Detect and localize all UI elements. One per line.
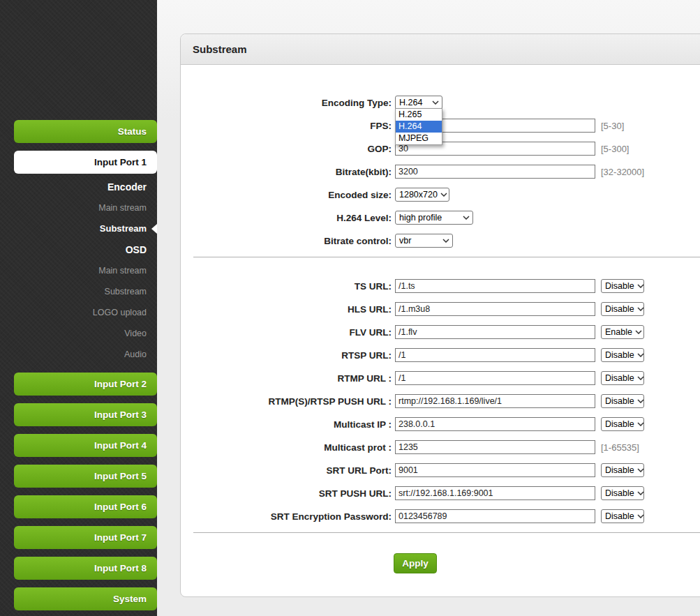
sidebar-item-osd-substream[interactable]: Substream <box>0 281 157 302</box>
multicast-ip-state-select[interactable]: Disable <box>601 417 644 431</box>
srt-password-state-select[interactable]: Disable <box>601 509 644 523</box>
substream-panel: Substream Encoding Type: H.264 H.265 H.2… <box>180 33 700 597</box>
sidebar-item-logo-upload[interactable]: LOGO upload <box>0 302 157 323</box>
dropdown-option-mjpeg[interactable]: MJPEG <box>396 133 442 144</box>
chevron-down-icon <box>637 422 644 426</box>
srt-push-url-state-select[interactable]: Disable <box>601 486 644 500</box>
chevron-down-icon <box>637 491 644 495</box>
flv-url-state-select[interactable]: Enable <box>601 325 644 339</box>
srt-password-input[interactable] <box>395 509 595 523</box>
rtmp-push-url-state-select[interactable]: Disable <box>601 394 644 408</box>
sidebar-item-input-port-2[interactable]: Input Port 2 <box>14 373 157 396</box>
sidebar-item-input-port-4[interactable]: Input Port 4 <box>14 434 157 457</box>
bitrate-control-label: Bitrate control: <box>181 236 395 246</box>
rtmp-push-url-input[interactable] <box>395 394 595 408</box>
sidebar-item-encoder-main-stream[interactable]: Main stream <box>0 197 157 218</box>
flv-url-input[interactable] <box>395 325 595 339</box>
panel-body: Encoding Type: H.264 H.265 H.264 MJPEG F… <box>181 65 700 573</box>
gop-range-hint: [5-300] <box>601 144 629 154</box>
page-title: Substream <box>193 43 247 55</box>
srt-push-url-row: SRT PUSH URL: Disable <box>181 486 700 500</box>
hls-url-state-value: Disable <box>605 304 634 314</box>
multicast-ip-input[interactable] <box>395 417 595 431</box>
srt-url-port-state-value: Disable <box>605 465 634 475</box>
rtmp-url-state-value: Disable <box>605 373 634 383</box>
encoding-type-select[interactable]: H.264 <box>395 96 442 110</box>
multicast-port-row: Multicast prot : [1-65535] <box>181 440 700 454</box>
rtsp-url-state-select[interactable]: Disable <box>601 348 644 362</box>
encoded-size-label: Encoded size: <box>181 190 395 200</box>
sidebar-item-input-port-7[interactable]: Input Port 7 <box>14 526 157 549</box>
sidebar-item-input-port-3[interactable]: Input Port 3 <box>14 403 157 426</box>
ts-url-label: TS URL: <box>181 281 395 292</box>
bitrate-label: Bitrate(kbit): <box>181 167 395 177</box>
multicast-port-input[interactable] <box>395 440 595 454</box>
rtsp-url-input[interactable] <box>395 348 595 362</box>
bitrate-input[interactable] <box>395 165 595 179</box>
sidebar-item-label: Substream <box>100 223 147 234</box>
srt-password-label: SRT Encryption Password: <box>181 511 395 522</box>
bitrate-control-select[interactable]: vbr <box>395 234 453 248</box>
sidebar-item-encoder-substream[interactable]: Substream <box>0 218 157 239</box>
panel-header: Substream <box>181 34 700 65</box>
active-item-arrow-icon <box>151 224 157 234</box>
encoding-type-label: Encoding Type: <box>181 98 395 108</box>
sidebar-item-system[interactable]: System <box>14 587 157 610</box>
rtsp-url-label: RTSP URL: <box>181 350 395 361</box>
hls-url-input[interactable] <box>395 302 595 316</box>
section-divider <box>193 532 700 533</box>
ts-url-input[interactable] <box>395 279 595 293</box>
chevron-down-icon <box>637 399 644 403</box>
dropdown-option-h265[interactable]: H.265 <box>396 109 442 121</box>
multicast-ip-state-value: Disable <box>605 419 634 429</box>
encoded-size-value: 1280x720 <box>399 190 438 200</box>
rtmp-url-state-select[interactable]: Disable <box>601 371 644 385</box>
fps-label: FPS: <box>181 121 395 131</box>
hls-url-state-select[interactable]: Disable <box>601 302 644 316</box>
chevron-down-icon <box>432 100 439 105</box>
apply-button[interactable]: Apply <box>394 553 437 573</box>
chevron-down-icon <box>637 284 644 288</box>
dropdown-option-h264-selected[interactable]: H.264 <box>396 121 442 133</box>
sidebar-item-input-port-8[interactable]: Input Port 8 <box>14 557 157 580</box>
rtmp-push-url-state-value: Disable <box>605 396 634 406</box>
h264-level-select[interactable]: high profile <box>395 211 473 225</box>
main-content-area: Substream Encoding Type: H.264 H.265 H.2… <box>157 0 700 616</box>
encoded-size-row: Encoded size: 1280x720 <box>181 188 700 202</box>
rtmp-push-url-label: RTMP(S)/RTSP PUSH URL : <box>181 396 395 407</box>
chevron-down-icon <box>440 193 447 197</box>
sidebar-spacer <box>0 0 157 120</box>
sidebar-item-video[interactable]: Video <box>0 323 157 344</box>
srt-push-url-input[interactable] <box>395 486 595 500</box>
srt-url-port-state-select[interactable]: Disable <box>601 463 644 477</box>
bitrate-range-hint: [32-32000] <box>601 167 644 177</box>
encoding-type-dropdown-list: H.265 H.264 MJPEG <box>395 108 442 145</box>
srt-url-port-row: SRT URL Port: Disable <box>181 463 700 477</box>
ts-url-state-select[interactable]: Disable <box>601 279 644 293</box>
sidebar-item-status[interactable]: Status <box>14 120 157 143</box>
sidebar-item-input-port-6[interactable]: Input Port 6 <box>14 495 157 518</box>
sidebar-item-audio[interactable]: Audio <box>0 344 157 365</box>
srt-url-port-input[interactable] <box>395 463 595 477</box>
rtmp-url-row: RTMP URL : Disable <box>181 371 700 385</box>
chevron-down-icon <box>463 216 470 220</box>
chevron-down-icon <box>637 376 644 380</box>
chevron-down-icon <box>637 514 644 518</box>
sidebar-item-osd-main-stream[interactable]: Main stream <box>0 260 157 281</box>
chevron-down-icon <box>637 353 644 357</box>
section-divider <box>193 257 700 257</box>
encoded-size-select[interactable]: 1280x720 <box>395 188 449 202</box>
multicast-ip-row: Multicast IP : Disable <box>181 417 700 431</box>
sidebar-item-input-port-5[interactable]: Input Port 5 <box>14 465 157 488</box>
sidebar-item-input-port-1[interactable]: Input Port 1 <box>14 151 157 174</box>
chevron-down-icon <box>442 239 449 243</box>
hls-url-label: HLS URL: <box>181 304 395 315</box>
ts-url-state-value: Disable <box>605 281 634 291</box>
sidebar-heading-encoder: Encoder <box>0 176 157 197</box>
rtmp-url-input[interactable] <box>395 371 595 385</box>
multicast-port-range-hint: [1-65535] <box>601 442 639 453</box>
sidebar: Status Input Port 1 Encoder Main stream … <box>0 0 157 616</box>
h264-level-row: H.264 Level: high profile <box>181 211 700 225</box>
flv-url-label: FLV URL: <box>181 327 395 338</box>
sidebar-heading-osd: OSD <box>0 239 157 260</box>
